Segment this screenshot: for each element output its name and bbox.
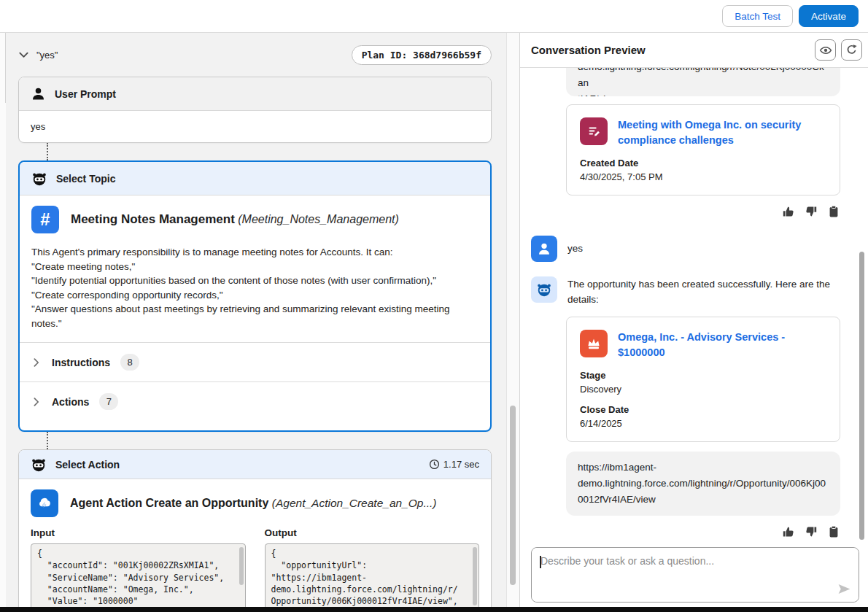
chat-input[interactable] [532,548,859,602]
duration-text: 1.17 sec [443,459,479,470]
textarea-scrollbar-thumb[interactable] [473,547,477,605]
send-icon [837,581,852,597]
select-action-header: Select Action 1.17 sec [19,450,491,479]
plan-id-badge: Plan ID: 368d7966b59f [352,45,492,65]
actions-label: Actions [52,396,89,408]
select-topic-card: Select Topic # Meeting Notes Management … [18,160,492,432]
action-input-textarea[interactable]: { "accountId": "001Kj00002ZRsXMIA1", "Se… [31,543,246,607]
window-bottom-edge [0,607,868,612]
agent-robot-icon [31,171,47,187]
run-label: "yes" [36,50,58,61]
select-topic-title: Select Topic [56,173,115,185]
topic-name: Meeting Notes Management [71,212,235,226]
action-output-textarea[interactable]: { "opportunityUrl": "https://ibm1agent- … [265,543,480,607]
person-icon [536,241,552,257]
created-date-label: Created Date [580,158,826,169]
close-date-value: 6/14/2025 [580,418,826,429]
select-topic-header: Select Topic [20,162,490,195]
topic-hash-icon: # [31,206,59,233]
send-message-button[interactable] [837,581,852,597]
step-duration: 1.17 sec [429,459,479,470]
instructions-accordion[interactable]: Instructions 8 [20,342,490,381]
activate-button[interactable]: Activate [799,5,859,27]
refresh-conversation-button[interactable] [841,39,862,61]
message-feedback-row [520,525,840,538]
note-url-text: demo.lightning.force.com/lightning/r/Not… [578,68,829,96]
input-label: Input [31,527,246,538]
chevron-down-icon[interactable] [18,50,29,61]
action-entity-row: Agent Action Create an Opportunity (Agen… [19,479,491,523]
copy-to-clipboard-icon[interactable] [827,205,840,218]
opportunity-record-card: Omega, Inc. - Advisory Services - $10000… [566,317,840,442]
user-message-text: yes [567,236,583,262]
preview-visibility-button[interactable] [815,39,836,61]
message-feedback-row [520,205,840,218]
user-icon [31,86,46,101]
step-connector [47,432,48,449]
text-caret [540,556,541,568]
stage-value: Discovery [580,384,826,395]
plan-panel-scrollbar[interactable] [506,33,519,607]
copy-to-clipboard-icon[interactable] [827,525,840,538]
action-name: Agent Action Create an Opportunity [70,497,268,509]
action-input-json: { "accountId": "001Kj00002ZRsXMIA1", "Se… [31,544,245,607]
chat-composer [531,547,859,603]
agent-avatar [531,276,557,303]
textarea-scrollbar-thumb[interactable] [239,547,244,585]
thumbs-up-icon[interactable] [782,525,795,538]
stage-label: Stage [580,370,826,381]
topic-api-name: (Meeting_Notes_Management) [238,213,399,225]
batch-test-button[interactable]: Batch Test [722,5,793,27]
opportunity-record-link[interactable]: Omega, Inc. - Advisory Services - $10000… [618,330,826,360]
agent-message-bubble-clipped: demo.lightning.force.com/lightning/r/Not… [566,68,840,96]
conversation-preview-title: Conversation Preview [531,44,810,56]
agent-action-cloud-icon [31,489,58,517]
plan-trace-panel: "yes" Plan ID: 368d7966b59f User Prompt … [6,33,506,607]
clock-icon [429,459,440,470]
user-prompt-content: yes [19,111,491,142]
collapsed-sidebar-strip [0,33,6,607]
chevron-right-icon [31,397,42,407]
agent-message-text: The opportunity has been created success… [567,276,850,307]
plan-panel-scrollbar-thumb[interactable] [510,406,516,585]
close-date-label: Close Date [580,404,826,415]
meeting-note-icon [580,117,608,145]
created-date-value: 4/30/2025, 7:05 PM [580,171,826,182]
opportunity-url-bubble: https://ibm1agent-demo.lightning.force.c… [566,452,840,516]
user-message-row: yes [531,236,850,262]
actions-count-badge: 7 [99,393,118,410]
thumbs-down-icon[interactable] [805,205,818,218]
agent-robot-icon [31,457,47,473]
conversation-preview-panel: Conversation Preview demo.lightning.forc… [519,33,868,607]
chevron-right-icon [31,357,42,368]
thumbs-down-icon[interactable] [805,525,818,538]
action-api-name: (Agent_Action_Create_an_Op...) [272,497,437,509]
meeting-record-card: Meeting with Omega Inc. on security comp… [566,104,840,195]
robot-icon [536,282,552,298]
meeting-record-link[interactable]: Meeting with Omega Inc. on security comp… [618,117,826,148]
output-label: Output [265,527,480,538]
refresh-icon [845,44,858,56]
topic-entity-row: # Meeting Notes Management (Meeting_Note… [20,195,490,239]
action-io-section: Input { "accountId": "001Kj00002ZRsXMIA1… [19,523,491,607]
user-prompt-header: User Prompt [19,77,491,111]
instructions-count-badge: 8 [120,354,139,371]
thumbs-up-icon[interactable] [782,205,795,218]
instructions-label: Instructions [52,357,110,368]
conversation-scrollbar-thumb[interactable] [859,252,864,540]
top-toolbar: Batch Test Activate [0,0,868,33]
action-output-json: { "opportunityUrl": "https://ibm1agent- … [266,544,479,607]
user-prompt-title: User Prompt [55,88,116,100]
step-connector [47,143,48,160]
eye-icon [819,44,832,57]
conversation-preview-header: Conversation Preview [520,33,868,68]
topic-description: This Agent's primary responsibility is t… [20,239,490,342]
plan-run-header: "yes" Plan ID: 368d7966b59f [6,33,506,77]
user-prompt-card: User Prompt yes [18,77,492,143]
user-avatar [531,236,557,262]
select-action-card: Select Action 1.17 sec Agent Action Crea… [18,449,492,607]
opportunity-crown-icon [580,330,608,357]
agent-message-row: The opportunity has been created success… [531,276,850,307]
select-action-title: Select Action [55,459,120,470]
actions-accordion[interactable]: Actions 7 [20,381,490,430]
